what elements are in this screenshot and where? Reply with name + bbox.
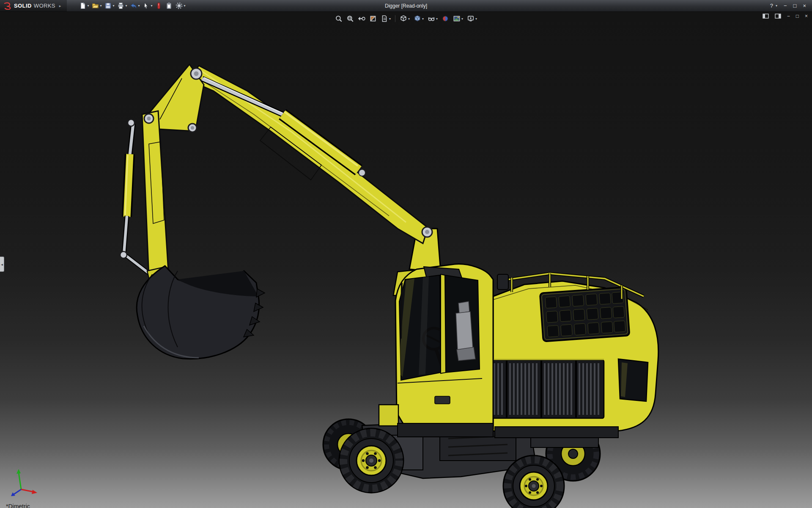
- undo-button[interactable]: ▾: [129, 1, 141, 10]
- print-icon: [117, 2, 124, 9]
- doc-minimize-button[interactable]: −: [787, 14, 790, 19]
- dropdown-arrow[interactable]: ▾: [422, 17, 424, 21]
- dropdown-arrow[interactable]: ▾: [125, 4, 127, 8]
- graphics-area[interactable]: ▾ ▾ ▾ ▾: [0, 12, 812, 508]
- dropdown-arrow[interactable]: ▾: [112, 4, 114, 8]
- dropdown-arrow[interactable]: ▾: [475, 17, 477, 21]
- apply-scene-icon: [453, 15, 461, 22]
- y-axis-arrow: [16, 469, 21, 489]
- clipboard-icon: [165, 2, 173, 9]
- exhaust-stack[interactable]: [497, 274, 508, 290]
- display-style-icon: [414, 15, 421, 22]
- z-axis-arrow: [11, 489, 21, 496]
- annotation-views-icon: [381, 15, 388, 22]
- hide-show-items-button[interactable]: ▾: [427, 14, 439, 23]
- restore-button[interactable]: □: [793, 3, 797, 8]
- view-orientation-icon: [400, 15, 407, 22]
- view-orientation-label: *Dimetric: [6, 503, 30, 508]
- collapse-arrow: ◀: [1, 263, 3, 266]
- edit-appearance-toolbar-button[interactable]: [154, 1, 164, 10]
- pane-toggle-right-button[interactable]: [775, 14, 781, 19]
- view-settings-button[interactable]: ▾: [466, 14, 478, 23]
- dropdown-arrow[interactable]: ▾: [408, 17, 410, 21]
- featuremanager-collapse-tab[interactable]: ◀: [0, 257, 4, 272]
- help-button[interactable]: ?: [770, 3, 773, 8]
- pane-toggle-right-icon: [775, 14, 781, 19]
- view-orientation-button[interactable]: ▾: [399, 14, 411, 23]
- print-button[interactable]: ▾: [116, 1, 128, 10]
- save-button[interactable]: ▾: [103, 1, 115, 10]
- window-title: Digger [Read-only]: [385, 3, 427, 9]
- cab-handrail[interactable]: [401, 283, 402, 339]
- brand-text-solid: SOLID: [14, 3, 32, 9]
- open-folder-icon: [92, 2, 99, 9]
- options-button[interactable]: ▾: [174, 1, 187, 10]
- appearance-icon: [155, 2, 162, 9]
- select-cursor-icon: [143, 2, 150, 9]
- dropdown-arrow[interactable]: ▾: [461, 17, 463, 21]
- new-document-button[interactable]: ▾: [78, 1, 90, 10]
- stick-arm[interactable]: [142, 111, 168, 277]
- bucket[interactable]: [137, 266, 265, 359]
- section-view-button[interactable]: [368, 14, 378, 23]
- new-document-icon: [79, 2, 86, 9]
- solidworks-logo[interactable]: SOLID WORKS ▸: [0, 0, 67, 11]
- window-controls: ? ▾ − □ ×: [770, 3, 812, 8]
- reference-triad: [6, 467, 40, 497]
- select-button[interactable]: ▾: [141, 1, 154, 10]
- zoom-to-area-icon: [346, 15, 354, 22]
- close-button[interactable]: ×: [803, 3, 806, 8]
- cab-skirt[interactable]: [398, 423, 493, 437]
- annotation-views-button[interactable]: ▾: [380, 14, 392, 23]
- previous-view-icon: [358, 15, 365, 22]
- save-icon: [104, 2, 112, 9]
- solidworks-logo-icon: [3, 2, 12, 10]
- wheel-front-right[interactable]: [503, 456, 564, 508]
- wheel-front-left[interactable]: [339, 428, 403, 493]
- help-dropdown-arrow[interactable]: ▾: [776, 4, 777, 8]
- brand-submenu-arrow[interactable]: ▸: [59, 4, 61, 8]
- heads-up-view-toolbar: ▾ ▾ ▾ ▾: [334, 14, 478, 23]
- upper-body[interactable]: [470, 273, 658, 438]
- open-document-button[interactable]: ▾: [91, 1, 103, 10]
- zoom-to-area-button[interactable]: [346, 14, 355, 23]
- dropdown-arrow[interactable]: ▾: [138, 4, 140, 8]
- section-view-icon: [369, 15, 377, 22]
- title-bar: SOLID WORKS ▸ ▾ ▾ ▾: [0, 0, 812, 12]
- pane-toggle-left-icon: [763, 14, 769, 19]
- hide-show-items-icon: [428, 15, 435, 22]
- dropdown-arrow[interactable]: ▾: [100, 4, 102, 8]
- zoom-to-fit-button[interactable]: [334, 14, 343, 23]
- dropdown-arrow[interactable]: ▾: [436, 17, 438, 21]
- dropdown-arrow[interactable]: ▾: [87, 4, 89, 8]
- document-window-controls: − □ ×: [763, 14, 808, 19]
- engine-hatch[interactable]: [540, 287, 630, 342]
- previous-view-button[interactable]: [357, 14, 366, 23]
- display-style-button[interactable]: ▾: [413, 14, 425, 23]
- undo-icon: [130, 2, 137, 9]
- dropdown-arrow[interactable]: ▾: [151, 4, 152, 8]
- edit-appearance-button[interactable]: [441, 14, 450, 23]
- model-canvas[interactable]: [0, 12, 812, 508]
- apply-scene-button[interactable]: ▾: [452, 14, 464, 23]
- brand-text-works: WORKS: [34, 3, 55, 9]
- boom-assembly[interactable]: [120, 64, 432, 296]
- minimize-button[interactable]: −: [784, 3, 787, 8]
- options-gear-icon: [176, 2, 183, 9]
- clipboard-button[interactable]: [164, 1, 174, 10]
- edit-appearance-icon: [442, 15, 449, 22]
- zoom-to-fit-icon: [335, 15, 343, 22]
- doc-close-button[interactable]: ×: [805, 14, 808, 19]
- pane-toggle-left-button[interactable]: [763, 14, 769, 19]
- cab-step[interactable]: [379, 405, 398, 426]
- toolbar-separator: [395, 15, 395, 22]
- x-axis-arrow: [21, 489, 37, 494]
- dropdown-arrow[interactable]: ▾: [184, 4, 185, 8]
- dropdown-arrow[interactable]: ▾: [389, 17, 391, 21]
- standard-toolbar: ▾ ▾ ▾ ▾: [78, 1, 187, 10]
- doc-restore-button[interactable]: □: [796, 14, 799, 19]
- boom-arm[interactable]: [189, 66, 428, 243]
- view-settings-icon: [467, 15, 475, 22]
